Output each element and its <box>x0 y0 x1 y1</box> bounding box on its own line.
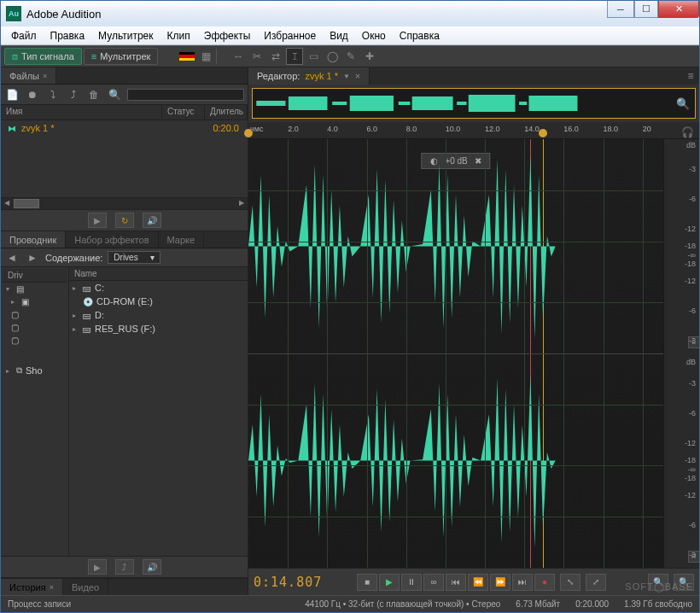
drive-item[interactable]: ▸🖴RE5_RUS (F:) <box>69 322 248 336</box>
lasso-tool-icon[interactable]: ◯ <box>324 48 341 65</box>
tree-left-header[interactable]: Driv <box>3 269 67 283</box>
titlebar[interactable]: Au Adobe Audition ─ ☐ ✕ <box>1 1 699 26</box>
drive-item[interactable]: ▸🖴D: <box>69 308 248 322</box>
razor-tool-icon[interactable]: ✂ <box>248 48 265 65</box>
svg-rect-9 <box>519 102 527 105</box>
brush-tool-icon[interactable]: ✎ <box>342 48 359 65</box>
nav-back-icon[interactable]: ◄ <box>4 250 20 266</box>
open-file-icon[interactable]: 📄 <box>4 87 20 102</box>
waveform-mode-button[interactable]: ⧈ Тип сигнала <box>4 48 82 65</box>
menu-file[interactable]: Файл <box>4 28 44 44</box>
loop-button[interactable]: ∞ <box>423 574 444 591</box>
skip-back-button[interactable]: ⏮ <box>446 574 466 591</box>
multitrack-mode-button[interactable]: ≡ Мультитрек <box>84 48 159 65</box>
tree-item-shortcuts[interactable]: ▸⧉Sho <box>3 364 67 377</box>
history-tab[interactable]: История× <box>1 579 63 595</box>
skip-fwd-button[interactable]: ⏭ <box>512 574 533 591</box>
heal-tool-icon[interactable]: ✚ <box>361 48 378 65</box>
delete-icon[interactable]: 🗑 <box>86 87 102 102</box>
move-tool-icon[interactable]: ↔ <box>230 48 247 65</box>
tree-item[interactable]: ▢ <box>3 334 67 347</box>
search-icon[interactable]: 🔍 <box>107 87 122 102</box>
browser-play-button[interactable]: ▶ <box>88 559 107 575</box>
record-file-icon[interactable]: ⏺ <box>25 87 40 102</box>
file-row[interactable]: ⧓ zvyk 1 * 0:20.0 <box>1 120 248 136</box>
menu-effects[interactable]: Эффекты <box>197 28 258 44</box>
menu-clip[interactable]: Клип <box>160 28 197 44</box>
col-duration[interactable]: Длитель <box>205 105 248 120</box>
ruler-tick: 18.0 <box>604 125 619 133</box>
files-hscroll[interactable]: ◀ ▶ <box>1 197 248 209</box>
preview-autoplay-button[interactable]: 🔊 <box>143 213 161 228</box>
browser-tab-markers[interactable]: Марке <box>159 231 205 248</box>
timecode[interactable]: 0:14.807 <box>254 575 352 590</box>
browser-autoplay-button[interactable]: 🔊 <box>143 559 161 575</box>
menu-edit[interactable]: Правка <box>44 28 92 44</box>
record-button[interactable]: ● <box>534 574 555 591</box>
db-tick: -6 <box>689 306 696 315</box>
main-toolbar: ⧈ Тип сигнала ≡ Мультитрек ▦ ↔ ✂ ⇄ 𝙸 ▭ ◯… <box>1 45 699 67</box>
contents-label: Содержание: <box>45 253 102 263</box>
close-button[interactable]: ✕ <box>658 1 699 18</box>
search-input[interactable] <box>127 89 244 101</box>
browser-tab-effects[interactable]: Набор эффектов <box>66 231 158 248</box>
preview-loop-button[interactable]: ↻ <box>115 213 134 228</box>
browser-tab-explorer[interactable]: Проводник <box>1 231 66 248</box>
time-select-tool-icon[interactable]: 𝙸 <box>286 48 303 65</box>
tree-right-header[interactable]: Name <box>69 267 248 281</box>
insert-icon[interactable]: ⤴ <box>66 87 81 102</box>
menu-window[interactable]: Окно <box>355 28 393 44</box>
headphones-icon[interactable]: 🎧 <box>679 124 696 141</box>
col-name[interactable]: Имя <box>1 105 162 120</box>
menu-view[interactable]: Вид <box>323 28 355 44</box>
tree-item[interactable]: ▢ <box>3 321 67 334</box>
waveform-editor[interactable]: ◐ +0 dB ✖ <box>248 139 699 568</box>
spectral-icon[interactable]: ▦ <box>197 48 214 65</box>
db-tick: -12 <box>685 439 696 447</box>
zoom-icon[interactable]: 🔍 <box>676 97 690 110</box>
marquee-tool-icon[interactable]: ▭ <box>305 48 322 65</box>
play-button[interactable]: ▶ <box>379 574 400 591</box>
rewind-button[interactable]: ⏪ <box>468 574 488 591</box>
overview-wave-icon <box>254 92 644 114</box>
browser-import-button[interactable]: ⤴ <box>115 559 134 575</box>
playhead-marker[interactable] <box>539 129 547 137</box>
scroll-left-icon[interactable]: ◀ <box>1 198 13 209</box>
flag-de-icon[interactable] <box>178 48 195 65</box>
time-ruler[interactable]: чмс 2.04.06.08.010.012.014.016.018.020 🎧 <box>248 122 699 139</box>
zoom-out-button[interactable]: ⤡ <box>560 574 580 591</box>
drive-item[interactable]: 💿CD-ROM (E:) <box>69 295 248 308</box>
chevron-down-icon[interactable]: ▼ <box>343 73 350 80</box>
slip-tool-icon[interactable]: ⇄ <box>267 48 284 65</box>
in-marker[interactable] <box>244 129 253 137</box>
tree-item[interactable]: ▢ <box>3 308 67 321</box>
files-tab[interactable]: Файлы× <box>1 67 56 84</box>
close-icon[interactable]: × <box>43 72 47 80</box>
scroll-right-icon[interactable]: ▶ <box>236 198 248 209</box>
maximize-button[interactable]: ☐ <box>634 1 658 18</box>
db-tick: -∞ <box>688 251 696 260</box>
editor-tab[interactable]: Редактор: zvyk 1 * ▼ × <box>248 67 370 85</box>
col-status[interactable]: Статус <box>162 105 205 120</box>
pause-button[interactable]: ⏸ <box>401 574 422 591</box>
video-tab[interactable]: Видео <box>63 579 108 595</box>
tree-item[interactable]: ▾▤ <box>3 283 67 295</box>
nav-fwd-icon[interactable]: ► <box>25 250 40 266</box>
tree-item[interactable]: ▸▣ <box>3 295 67 308</box>
minimize-button[interactable]: ─ <box>607 1 634 18</box>
menu-help[interactable]: Справка <box>393 28 446 44</box>
preview-play-button[interactable]: ▶ <box>88 213 107 228</box>
zoom-reset-button[interactable]: ⤢ <box>586 574 606 591</box>
import-icon[interactable]: ⤵ <box>45 87 61 102</box>
forward-button[interactable]: ⏩ <box>490 574 510 591</box>
files-toolbar: 📄 ⏺ ⤵ ⤴ 🗑 🔍 <box>1 85 248 105</box>
drive-item[interactable]: ▸🖴C: <box>69 281 248 295</box>
stop-button[interactable]: ■ <box>357 574 377 591</box>
folder-dropdown[interactable]: Drives ▾ <box>108 251 160 264</box>
menu-favorites[interactable]: Избранное <box>257 28 323 44</box>
close-icon[interactable]: × <box>355 71 360 81</box>
overview-waveform[interactable]: 🔍 <box>252 88 696 119</box>
panel-menu-icon[interactable]: ≡ <box>682 67 699 85</box>
menu-multitrack[interactable]: Мультитрек <box>91 28 160 44</box>
scroll-thumb[interactable] <box>14 199 39 208</box>
